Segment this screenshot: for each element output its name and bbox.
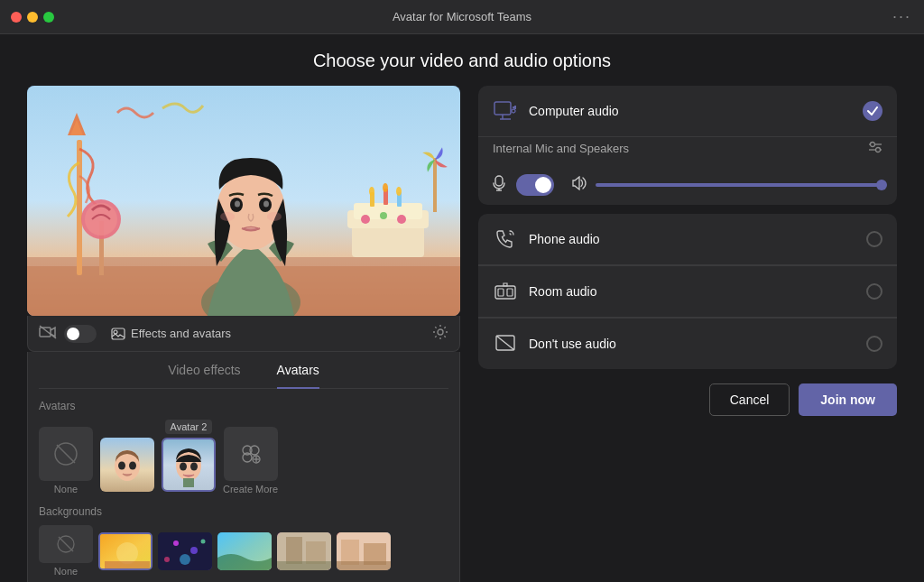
svg-point-60 xyxy=(201,539,206,543)
svg-point-59 xyxy=(164,557,170,562)
mic-icon xyxy=(493,175,505,195)
main-content: Choose your video and audio options xyxy=(0,34,924,582)
mic-toggle[interactable] xyxy=(516,174,554,196)
computer-audio-section: Computer audio Internal Mic and Speakers xyxy=(478,86,897,205)
svg-point-42 xyxy=(190,463,198,471)
bg-2-thumb[interactable] xyxy=(158,532,212,570)
svg-point-13 xyxy=(380,212,387,219)
avatar-2-thumb[interactable] xyxy=(162,438,216,492)
camera-off-icon xyxy=(39,325,57,343)
svg-rect-3 xyxy=(77,140,82,275)
avatar-2-tooltip: Avatar 2 xyxy=(165,420,213,434)
volume-slider[interactable] xyxy=(596,183,882,187)
svg-line-36 xyxy=(57,445,75,463)
svg-point-19 xyxy=(383,183,388,192)
avatar-2-wrap: Avatar 2 xyxy=(162,420,216,494)
tabs-row: Video effects Avatars xyxy=(39,363,448,389)
svg-point-20 xyxy=(396,187,402,196)
svg-rect-32 xyxy=(112,328,125,339)
bottom-actions: Cancel Join now xyxy=(478,383,897,416)
avatars-section-label: Avatars xyxy=(39,400,448,412)
effects-avatars-button[interactable]: Effects and avatars xyxy=(104,323,238,344)
tab-avatars[interactable]: Avatars xyxy=(277,363,319,389)
backgrounds-label: Backgrounds xyxy=(39,505,448,518)
avatar-none-wrap: None xyxy=(39,427,93,494)
svg-point-75 xyxy=(876,148,881,152)
svg-point-12 xyxy=(361,215,370,224)
svg-point-57 xyxy=(190,547,198,554)
svg-rect-64 xyxy=(306,541,326,564)
computer-audio-icon xyxy=(493,98,518,124)
no-audio-radio xyxy=(866,336,882,352)
svg-point-29 xyxy=(220,212,235,221)
phone-audio-label: Phone audio xyxy=(529,232,855,246)
no-audio-option[interactable]: Don't use audio xyxy=(478,319,897,369)
effects-panel: Video effects Avatars Avatars None xyxy=(27,352,460,582)
bg-none-label: None xyxy=(54,566,78,577)
bg-1-thumb[interactable] xyxy=(98,532,152,570)
avatar-none-label: None xyxy=(54,484,78,494)
bg-4-thumb[interactable] xyxy=(277,532,331,570)
device-name: Internal Mic and Speakers xyxy=(493,142,629,155)
tab-video-effects[interactable]: Video effects xyxy=(168,363,240,381)
svg-point-34 xyxy=(438,329,443,335)
bg-none-thumb[interactable] xyxy=(39,525,93,563)
svg-rect-69 xyxy=(337,561,391,570)
phone-audio-radio xyxy=(866,231,882,247)
page-title: Choose your video and audio options xyxy=(27,51,897,71)
svg-rect-81 xyxy=(507,289,513,296)
settings-icon[interactable] xyxy=(432,324,448,344)
audio-settings-icon[interactable] xyxy=(868,141,882,156)
svg-point-28 xyxy=(263,201,269,208)
svg-rect-54 xyxy=(105,561,150,570)
svg-point-38 xyxy=(118,462,125,470)
svg-point-53 xyxy=(116,542,138,564)
backgrounds-grid: None xyxy=(39,525,448,577)
other-audio-options: Phone audio Room audio xyxy=(478,214,897,369)
avatar-1-wrap xyxy=(100,438,154,494)
svg-rect-80 xyxy=(498,289,504,296)
minimize-button[interactable] xyxy=(27,12,38,23)
phone-audio-icon xyxy=(493,226,518,252)
svg-point-8 xyxy=(85,203,117,236)
computer-audio-row[interactable]: Computer audio xyxy=(478,86,897,137)
svg-point-14 xyxy=(397,215,406,224)
window-controls[interactable] xyxy=(11,12,54,23)
svg-point-18 xyxy=(369,187,374,196)
effects-avatars-label: Effects and avatars xyxy=(131,327,231,340)
cancel-button[interactable]: Cancel xyxy=(709,383,790,416)
svg-line-51 xyxy=(59,537,73,551)
computer-audio-label: Computer audio xyxy=(529,104,852,118)
svg-point-27 xyxy=(235,201,240,208)
svg-rect-65 xyxy=(277,561,331,570)
svg-rect-43 xyxy=(183,478,194,487)
avatar-1-thumb[interactable] xyxy=(100,438,154,492)
device-label-row: Internal Mic and Speakers xyxy=(478,137,897,165)
camera-toggle[interactable] xyxy=(64,325,97,343)
phone-audio-option[interactable]: Phone audio xyxy=(478,214,897,265)
avatar-none-thumb[interactable] xyxy=(39,427,93,481)
titlebar: Avatar for Microsoft Teams ··· xyxy=(0,0,924,34)
two-columns-layout: Effects and avatars Video effects Avatar… xyxy=(27,86,897,582)
svg-point-58 xyxy=(180,554,190,565)
join-now-button[interactable]: Join now xyxy=(799,383,897,416)
room-audio-option[interactable]: Room audio xyxy=(478,266,897,318)
mic-speaker-row xyxy=(478,165,897,205)
create-more-thumb[interactable] xyxy=(224,427,278,481)
close-button[interactable] xyxy=(11,12,22,23)
avatars-grid: None xyxy=(39,420,448,494)
no-audio-label: Don't use audio xyxy=(529,337,855,351)
svg-point-56 xyxy=(173,540,179,546)
room-audio-label: Room audio xyxy=(529,284,855,299)
svg-rect-76 xyxy=(495,176,503,186)
avatar-preview xyxy=(27,86,460,316)
maximize-button[interactable] xyxy=(43,12,54,23)
more-options-icon[interactable]: ··· xyxy=(892,7,911,26)
svg-point-39 xyxy=(129,462,136,470)
svg-point-74 xyxy=(871,143,875,147)
bg-none-wrap: None xyxy=(39,525,93,577)
bg-5-thumb[interactable] xyxy=(337,532,391,570)
svg-point-71 xyxy=(512,109,515,113)
bg-3-thumb[interactable] xyxy=(217,532,272,570)
svg-rect-67 xyxy=(341,540,359,565)
